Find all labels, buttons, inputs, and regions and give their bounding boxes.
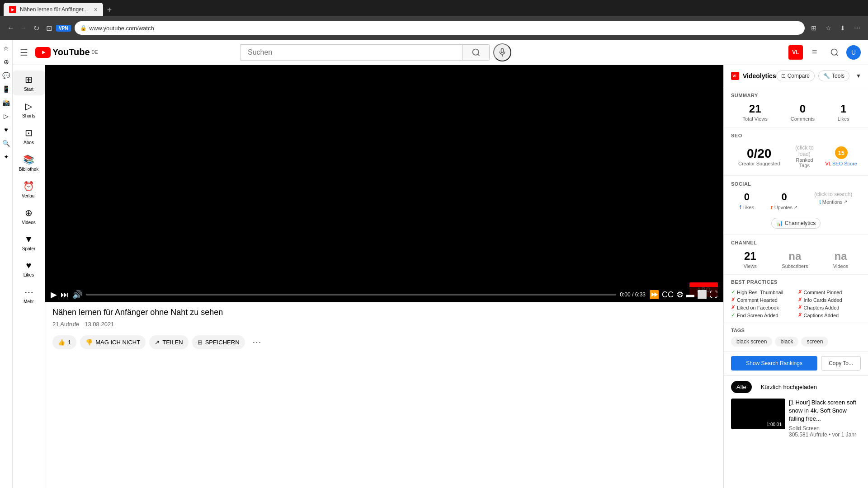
user-avatar[interactable]: U xyxy=(846,45,861,60)
theater-btn[interactable]: ⬜ xyxy=(697,290,707,300)
miniplayer-btn[interactable]: ▬ xyxy=(686,290,694,300)
tab-close-btn[interactable]: × xyxy=(94,6,98,13)
captions-btn[interactable]: CC xyxy=(662,290,674,300)
click-to-search-text[interactable]: (click to search) xyxy=(814,191,852,197)
tag-chip-black[interactable]: black xyxy=(775,337,798,347)
bookmark-icon[interactable]: ☆ xyxy=(823,23,834,33)
like-btn[interactable]: 👍 1 xyxy=(52,335,76,349)
download-icon[interactable]: ⬇ xyxy=(837,23,848,33)
channelytics-btn[interactable]: 📊 Channelytics xyxy=(771,218,821,229)
active-tab[interactable]: ▶ Nähen lernen für Anfänger... × xyxy=(4,3,103,16)
tab-all[interactable]: Alle xyxy=(731,381,752,393)
related-thumbnail[interactable]: 1:00:01 xyxy=(731,399,785,429)
home-btn[interactable]: ⊡ xyxy=(43,23,54,33)
lock-icon: 🔒 xyxy=(80,25,87,31)
panel-collapse-btn[interactable]: ▼ xyxy=(853,71,864,81)
ext-icon-2[interactable]: ⊕ xyxy=(1,57,11,67)
nav-library[interactable]: 📚 Bibliothek xyxy=(13,150,45,175)
copy-to-btn[interactable]: Copy To... xyxy=(821,356,861,371)
bottom-section: Alle Kürzlich hochgeladen 1:00:01 [1 Hou… xyxy=(724,375,868,443)
more-actions-btn[interactable]: ⋯ xyxy=(249,333,265,351)
youtube-play-icon xyxy=(39,50,47,55)
panel-actions: ⊡ Compare 🔧 Tools ▼ xyxy=(776,70,864,81)
save-btn[interactable]: ⊞ SPEICHERN xyxy=(192,335,245,349)
video-actions: 👍 1 👎 MAG ICH NICHT ↗ TEILEN xyxy=(52,333,716,351)
tools-btn[interactable]: 🔧 Tools xyxy=(818,70,849,81)
nav-subs[interactable]: ⊡ Abos xyxy=(13,124,45,149)
progress-bar[interactable] xyxy=(86,294,616,296)
comments-label: Comments xyxy=(791,116,815,122)
ext-icon-3[interactable]: 💬 xyxy=(1,70,11,80)
click-to-load[interactable]: (click to load) xyxy=(791,145,818,157)
url-bar[interactable]: 🔒 www.youtube.com/watch xyxy=(75,21,805,35)
list-icon[interactable]: ☰ xyxy=(807,44,823,61)
search-input[interactable] xyxy=(240,44,462,61)
videolytics-header-icon[interactable]: VL xyxy=(788,45,803,60)
extensions-icon[interactable]: ⊞ xyxy=(808,23,819,33)
new-tab-btn[interactable]: + xyxy=(103,4,116,16)
nav-history[interactable]: ⏰ Verlauf xyxy=(13,177,45,202)
dislike-btn[interactable]: 👎 MAG ICH NICHT xyxy=(80,335,146,349)
video-screen xyxy=(45,65,723,302)
svg-point-4 xyxy=(831,49,837,55)
video-player[interactable]: ABO ▶ ⏭ 🔊 0:00 / 6:33 xyxy=(45,65,723,302)
back-btn[interactable]: ← xyxy=(5,23,16,33)
nav-videos[interactable]: ⊕ Videos xyxy=(13,204,45,229)
shorts-icon: ▷ xyxy=(25,101,32,112)
forward-btn[interactable]: → xyxy=(18,23,29,33)
speed-btn[interactable]: ⏩ xyxy=(649,290,659,300)
fb-likes-item: 0 f Likes xyxy=(740,191,754,211)
seo-score-link[interactable]: VL SEO Score xyxy=(826,161,858,166)
panel-logo-icon: VL xyxy=(731,72,739,80)
search-header-icon[interactable] xyxy=(826,44,843,61)
tab-recent[interactable]: Kürzlich hochgeladen xyxy=(755,381,822,393)
nav-shorts[interactable]: ▷ Shorts xyxy=(13,97,45,122)
mic-btn[interactable] xyxy=(493,43,511,61)
tools-icon: 🔧 xyxy=(823,73,830,79)
twitter-external-icon: ↗ xyxy=(844,199,847,204)
nav-more[interactable]: ⋯ Mehr xyxy=(13,283,45,308)
menu-btn[interactable]: ☰ xyxy=(20,47,28,58)
youtube-logo[interactable]: YouTube DE xyxy=(35,47,98,58)
settings-icon[interactable]: ⋯ xyxy=(852,23,863,33)
next-btn[interactable]: ⏭ xyxy=(61,290,69,300)
related-channel[interactable]: Solid Screen xyxy=(789,425,861,432)
settings-player-btn[interactable]: ⚙ xyxy=(676,290,684,300)
ext-icon-1[interactable]: ☆ xyxy=(1,43,11,53)
nav-likes[interactable]: ♥ Likes xyxy=(13,257,45,281)
more-nav-icon: ⋯ xyxy=(24,286,33,297)
play-btn[interactable]: ▶ xyxy=(51,290,57,300)
tag-chip-black-screen[interactable]: black screen xyxy=(731,337,772,347)
social-section: SOCIAL 0 f Likes 0 xyxy=(724,176,868,235)
show-search-rankings-btn[interactable]: Show Search Rankings xyxy=(731,356,817,371)
ext-icon-insta[interactable]: 📸 xyxy=(1,98,11,108)
channel-stats-row: 21 Views na Subscribers na Videos xyxy=(731,250,861,269)
address-bar: ← → ↻ ⊡ VPN 🔒 www.youtube.com/watch ⊞ ☆ … xyxy=(0,16,868,40)
twitter-mentions-item: (click to search) t Mentions ↗ xyxy=(814,191,852,211)
ext-icon-7[interactable]: 🔍 xyxy=(1,138,11,148)
twitter-icon: t xyxy=(819,198,821,205)
volume-btn[interactable]: 🔊 xyxy=(72,290,82,300)
refresh-btn[interactable]: ↻ xyxy=(31,23,42,33)
history-icon: ⏰ xyxy=(23,181,34,192)
ext-icon-6[interactable]: ♥ xyxy=(1,125,11,135)
panel-header: VL Videolytics ⊡ Compare 🔧 Tools xyxy=(724,65,868,87)
nav-watchlater[interactable]: ▼ Später xyxy=(13,230,45,255)
ext-icon-whatsapp[interactable]: 📱 xyxy=(1,84,11,94)
share-btn[interactable]: ↗ TEILEN xyxy=(149,335,189,349)
summary-title: SUMMARY xyxy=(731,93,861,98)
related-title[interactable]: [1 Hour] Black screen soft snow in 4k. S… xyxy=(789,399,861,423)
channel-title: CHANNEL xyxy=(731,240,861,245)
compare-btn[interactable]: ⊡ Compare xyxy=(776,70,815,81)
publish-date: 13.08.2021 xyxy=(85,321,114,328)
channel-videos-item: na Videos xyxy=(833,250,848,269)
reddit-upvotes-item: 0 r Upvotes ↗ xyxy=(771,191,797,211)
nav-home[interactable]: ⊞ Start xyxy=(13,70,45,95)
tag-chip-screen[interactable]: screen xyxy=(801,337,828,347)
fullscreen-btn[interactable]: ⛶ xyxy=(710,290,718,300)
search-container xyxy=(240,43,511,61)
ext-icon-5[interactable]: ▷ xyxy=(1,111,11,121)
related-views: 305.581 Aufrufe • vor 1 Jahr xyxy=(789,432,861,438)
search-btn[interactable] xyxy=(462,44,490,61)
ext-icon-8[interactable]: ✦ xyxy=(1,152,11,162)
